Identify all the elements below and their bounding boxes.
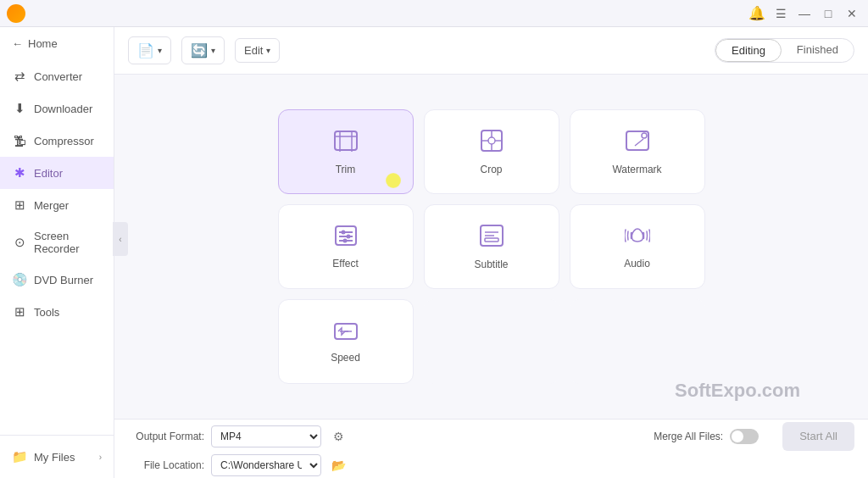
watermark-icon bbox=[625, 129, 650, 158]
effect-label: Effect bbox=[332, 258, 358, 270]
title-bar-left bbox=[7, 4, 748, 23]
subtitle-icon bbox=[479, 224, 504, 253]
svg-point-11 bbox=[642, 133, 647, 138]
svg-point-5 bbox=[488, 137, 495, 144]
tab-finished[interactable]: Finished bbox=[782, 39, 854, 62]
trim-icon bbox=[332, 129, 359, 158]
sidebar-label-converter: Converter bbox=[34, 70, 82, 83]
sidebar-item-myfiles[interactable]: 📁 My Files › bbox=[0, 441, 114, 473]
sidebar-label-tools: Tools bbox=[34, 306, 59, 319]
myfiles-icon: 📁 bbox=[12, 449, 27, 464]
merge-toggle[interactable] bbox=[730, 429, 759, 444]
minimize-button[interactable]: — bbox=[795, 4, 814, 23]
output-format-row: Output Format: MP4 MKV AVI ⚙ Merge All F… bbox=[128, 422, 854, 451]
sidebar-bottom: 📁 My Files › bbox=[0, 435, 114, 478]
audio-icon bbox=[625, 225, 650, 253]
add-file-dropdown-icon: ▾ bbox=[158, 46, 162, 55]
myfiles-arrow-icon: › bbox=[99, 453, 102, 462]
merge-all-label: Merge All Files: bbox=[654, 431, 723, 442]
file-location-label: File Location: bbox=[128, 459, 204, 471]
svg-rect-0 bbox=[335, 131, 357, 150]
merger-icon: ⊞ bbox=[12, 197, 27, 213]
sidebar-item-merger[interactable]: ⊞ Merger bbox=[0, 189, 114, 221]
sidebar-back-label: Home bbox=[28, 37, 58, 50]
svg-point-18 bbox=[346, 234, 350, 238]
add-folder-button[interactable]: 🔄 ▾ bbox=[181, 36, 225, 64]
svg-line-12 bbox=[635, 139, 643, 146]
add-folder-icon: 🔄 bbox=[191, 42, 208, 58]
audio-label: Audio bbox=[624, 258, 650, 270]
screen-recorder-icon: ⊙ bbox=[12, 235, 27, 250]
notification-icon[interactable]: 🔔 bbox=[748, 4, 766, 23]
crop-card[interactable]: Crop bbox=[424, 109, 559, 194]
sidebar-label-downloader: Downloader bbox=[34, 103, 92, 115]
subtitle-label: Subtitle bbox=[474, 258, 508, 270]
edit-area: Trim bbox=[114, 75, 868, 419]
sidebar-item-dvd-burner[interactable]: 💿 DVD Burner bbox=[0, 264, 114, 296]
sidebar-label-merger: Merger bbox=[34, 199, 69, 212]
sidebar-label-screen-recorder: Screen Recorder bbox=[34, 230, 102, 255]
maximize-button[interactable]: □ bbox=[819, 4, 837, 23]
watermark-label: Watermark bbox=[612, 164, 661, 175]
sidebar-label-myfiles: My Files bbox=[34, 451, 75, 464]
sidebar-collapse-button[interactable]: ‹ bbox=[113, 222, 128, 256]
file-location-row: File Location: C:\Wondershare UniConvert… bbox=[128, 454, 854, 476]
tool-grid: Trim bbox=[278, 109, 705, 384]
effect-card[interactable]: Effect bbox=[278, 204, 414, 289]
edit-dropdown-label: Edit bbox=[244, 44, 263, 57]
title-bar-icons: 🔔 ☰ — □ ✕ bbox=[748, 4, 861, 23]
tab-editing[interactable]: Editing bbox=[715, 39, 782, 62]
crop-icon bbox=[480, 129, 504, 158]
tools-icon: ⊞ bbox=[12, 304, 27, 320]
subtitle-card[interactable]: Subtitle bbox=[424, 204, 559, 289]
sidebar-item-downloader[interactable]: ⬇ Downloader bbox=[0, 92, 114, 125]
sidebar-back-home[interactable]: ← Home bbox=[0, 27, 114, 60]
effect-icon bbox=[334, 225, 358, 253]
trim-label: Trim bbox=[336, 164, 356, 175]
audio-card[interactable]: Audio bbox=[570, 204, 705, 289]
back-arrow-icon: ← bbox=[12, 37, 23, 50]
dvd-burner-icon: 💿 bbox=[12, 272, 27, 287]
sidebar-item-screen-recorder[interactable]: ⊙ Screen Recorder bbox=[0, 221, 114, 264]
toolbar: 📄 ▾ 🔄 ▾ Edit ▾ Editing Finished bbox=[114, 27, 868, 75]
start-all-button[interactable]: Start All bbox=[782, 422, 854, 451]
sidebar-item-converter[interactable]: ⇄ Converter bbox=[0, 60, 114, 92]
sidebar-label-dvd-burner: DVD Burner bbox=[34, 274, 93, 286]
close-button[interactable]: ✕ bbox=[843, 4, 861, 23]
svg-rect-10 bbox=[626, 131, 648, 150]
svg-point-19 bbox=[342, 238, 347, 242]
sidebar-item-compressor[interactable]: 🗜 Compressor bbox=[0, 125, 114, 157]
sidebar-label-editor: Editor bbox=[34, 167, 63, 180]
menu-icon[interactable]: ☰ bbox=[771, 4, 790, 23]
app-logo bbox=[7, 4, 25, 23]
svg-point-17 bbox=[341, 230, 345, 234]
main-content: 📄 ▾ 🔄 ▾ Edit ▾ Editing Finished bbox=[114, 27, 868, 478]
add-file-button[interactable]: 📄 ▾ bbox=[128, 36, 171, 64]
speed-icon bbox=[333, 320, 359, 347]
output-format-select[interactable]: MP4 MKV AVI bbox=[211, 425, 321, 447]
sidebar-item-editor[interactable]: ✱ Editor bbox=[0, 157, 114, 189]
file-location-browse-icon[interactable]: 📂 bbox=[328, 455, 348, 475]
converter-icon: ⇄ bbox=[12, 69, 27, 84]
title-bar: 🔔 ☰ — □ ✕ bbox=[0, 0, 868, 27]
watermark-card[interactable]: Watermark bbox=[570, 109, 705, 194]
editor-icon: ✱ bbox=[12, 165, 27, 181]
compressor-icon: 🗜 bbox=[12, 133, 27, 148]
edit-dropdown-arrow-icon: ▾ bbox=[266, 46, 270, 55]
empty-card-2 bbox=[570, 299, 705, 384]
output-settings-icon[interactable]: ⚙ bbox=[328, 426, 348, 447]
sidebar-item-tools[interactable]: ⊞ Tools bbox=[0, 296, 114, 328]
sidebar: ← Home ⇄ Converter ⬇ Downloader 🗜 Compre… bbox=[0, 27, 114, 478]
add-folder-dropdown-icon: ▾ bbox=[211, 46, 215, 55]
tab-group: Editing Finished bbox=[715, 38, 854, 63]
speed-card[interactable]: Speed bbox=[278, 299, 414, 384]
add-file-icon: 📄 bbox=[137, 42, 154, 58]
speed-label: Speed bbox=[331, 352, 360, 364]
empty-card-1 bbox=[424, 299, 559, 384]
trim-card[interactable]: Trim bbox=[278, 109, 414, 194]
output-format-label: Output Format: bbox=[128, 431, 204, 442]
file-location-select[interactable]: C:\Wondershare UniConverter... bbox=[211, 454, 321, 476]
sidebar-label-compressor: Compressor bbox=[34, 135, 94, 147]
downloader-icon: ⬇ bbox=[12, 101, 27, 116]
edit-dropdown-button[interactable]: Edit ▾ bbox=[235, 38, 280, 63]
